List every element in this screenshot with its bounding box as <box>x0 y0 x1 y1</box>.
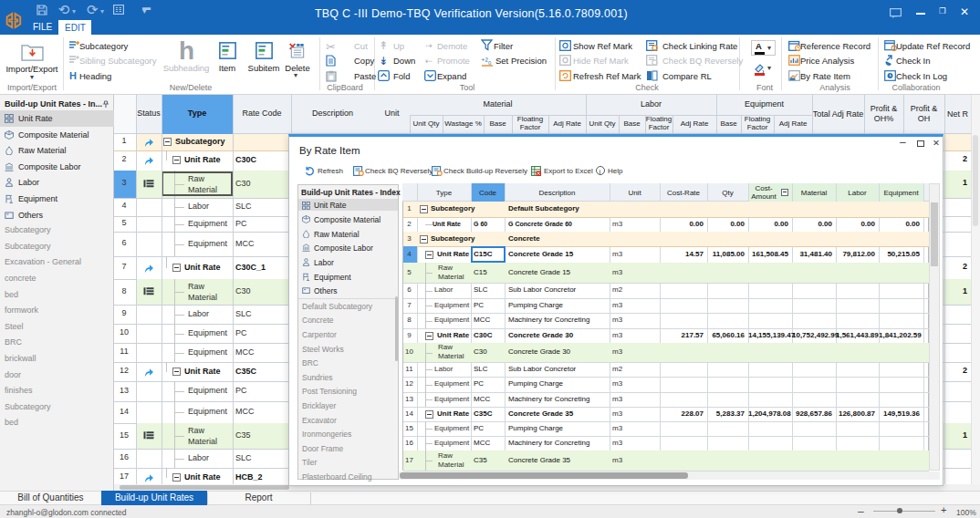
svg-text:⁺²₀: ⁺²₀ <box>481 57 492 66</box>
